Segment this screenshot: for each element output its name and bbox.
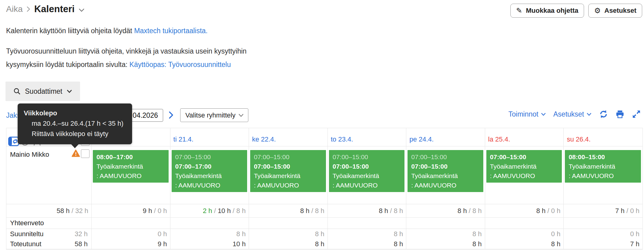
day-header-label[interactable]: ti 21.4.	[173, 135, 194, 143]
actions-menu-label: Toiminnot	[509, 110, 538, 118]
employee-checkbox[interactable]	[81, 149, 89, 158]
shift-line: 08:00–15:00	[569, 152, 637, 162]
support-portal-link[interactable]: Maxtech tukiportaalista.	[134, 27, 208, 35]
intro-line-1-text: Kalenterin käyttöön liittyviä ohjeita lö…	[6, 27, 134, 35]
day-header-label[interactable]: pe 24.4.	[409, 135, 434, 143]
day-header-cell: pe 24.4.	[406, 128, 485, 146]
shift-line: Työaikamerkintä	[569, 162, 637, 171]
summary-value-cell: 7 h	[564, 239, 642, 249]
hours-value: 0 h	[551, 207, 561, 215]
day-header-cell: to 23.4.	[328, 128, 407, 146]
shift-block[interactable]: 07:00–15:0007:00–15:00Työaikamerkintä: A…	[329, 150, 405, 192]
next-period-icon[interactable]	[168, 111, 174, 119]
summary-value-cell: 8 h	[249, 239, 328, 249]
calendar-toolbar-right: Toiminnot Asetukset	[509, 110, 641, 119]
employee-week-total: 58 h / 32 h	[6, 204, 92, 218]
day-header-label[interactable]: to 23.4.	[331, 135, 353, 143]
shift-block[interactable]: 08:00–17:00Työaikamerkintä: AAMUVUORO	[93, 150, 169, 183]
shift-line: 07:00–15:00	[333, 162, 401, 171]
summary-value: 7 h	[630, 240, 639, 248]
tooltip-title: Viikkolepo	[24, 108, 126, 118]
tooltip-line-2: Riittävä viikkolepo ei täyty	[24, 129, 126, 139]
summary-value-cell: 8 h	[406, 239, 485, 249]
header-actions: ✎ Muokkaa ohjetta ⚙ Asetukset	[510, 4, 642, 18]
print-icon[interactable]	[615, 110, 625, 119]
shift-line: 07:00–15:00	[254, 152, 322, 162]
shift-cell: 07:00–15:0007:00–15:00Työaikamerkintä: A…	[249, 146, 328, 204]
summary-value: 9 h	[158, 240, 167, 248]
intro-line-2: Työvuorosuunnitteluun liittyviä ohjeita,…	[6, 44, 247, 71]
employee-name[interactable]: Mainio Mikko	[10, 151, 49, 159]
shift-line: : AAMUVUORO	[175, 180, 244, 190]
shift-block[interactable]: 07:00–15:0007:00–15:00Työaikamerkintä: A…	[250, 150, 326, 192]
day-header-label[interactable]: ke 22.4.	[252, 135, 276, 143]
hours-value: 8 h	[236, 207, 246, 215]
summary-title-spacer	[564, 218, 642, 229]
shift-line: : AAMUVUORO	[254, 180, 322, 190]
shift-line: : AAMUVUORO	[411, 180, 480, 190]
hours-value: 32 h	[75, 207, 88, 215]
pencil-icon: ✎	[516, 7, 522, 14]
shift-line: 07:00–15:00	[490, 152, 558, 162]
summary-value-cell: 8 h	[249, 229, 328, 239]
summary-value: 8 h	[551, 240, 561, 248]
actions-menu[interactable]: Toiminnot	[509, 110, 546, 118]
shift-block[interactable]: 07:00–15:00Työaikamerkintä: AAMUVUORO	[486, 150, 562, 183]
shift-line: : AAMUVUORO	[490, 171, 558, 180]
chevron-down-icon[interactable]	[78, 8, 85, 12]
shift-line: 07:00–15:00	[411, 152, 480, 162]
summary-value: 8 h	[315, 230, 324, 238]
summary-value-cell: 8 h	[485, 239, 564, 249]
hours-value: 8 h	[394, 207, 403, 215]
refresh-icon[interactable]	[599, 110, 608, 119]
summary-title-spacer	[170, 218, 249, 229]
shift-line: Työaikamerkintä	[490, 162, 558, 171]
calendar-table: ma 20.4.ti 21.4.ke 22.4.to 23.4.pe 24.4.…	[6, 128, 643, 250]
breadcrumb-parent[interactable]: Aika	[6, 4, 23, 14]
summary-title: Yhteenveto	[10, 219, 44, 227]
summary-value: 8 h	[236, 230, 246, 238]
filters-label: Suodattimet	[25, 87, 62, 96]
day-header-cell: ti 21.4.	[170, 128, 249, 146]
summary-value: 8 h	[472, 230, 482, 238]
day-header-cell: su 26.4.	[564, 128, 642, 146]
shift-line: Työaikamerkintä	[175, 171, 244, 180]
hours-value: 8 h	[536, 207, 546, 215]
summary-value-cell: 8 h	[328, 239, 407, 249]
hours-value: 10 h	[218, 207, 231, 215]
edit-guide-label: Muokkaa ohjetta	[526, 7, 578, 15]
shift-line: 07:00–15:00	[175, 152, 244, 162]
shift-block[interactable]: 08:00–15:00Työaikamerkintä: AAMUVUORO	[565, 150, 641, 183]
user-guide-link[interactable]: Käyttöopas: Työvuorosuunnittelu	[129, 61, 231, 68]
chevron-right-icon	[26, 6, 30, 12]
hours-value: 8 h	[300, 207, 310, 215]
summary-value: 0 h	[551, 230, 561, 238]
gear-icon: ⚙	[594, 7, 601, 14]
shift-line: 07:00–15:00	[254, 162, 322, 171]
grouping-select[interactable]: Valitse ryhmittely	[180, 108, 248, 122]
shift-block[interactable]: 07:00–15:0007:00–15:00Työaikamerkintä: A…	[408, 150, 483, 192]
day-total-cell: 8 h / 8 h	[406, 204, 485, 218]
warning-icon[interactable]	[72, 149, 80, 157]
filters-button[interactable]: Suodattimet	[5, 82, 80, 101]
day-header-label[interactable]: su 26.4.	[567, 135, 590, 143]
week-rest-tooltip: Viikkolepo ma 20.4.–su 26.4.(17 h < 35 h…	[18, 103, 132, 144]
intro-line-1: Kalenterin käyttöön liittyviä ohjeita lö…	[6, 27, 208, 35]
hours-value: 0 h	[158, 207, 167, 215]
shift-line: 07:00–17:00	[175, 162, 244, 171]
summary-value: 0 h	[158, 230, 167, 238]
expand-icon[interactable]	[632, 110, 641, 119]
day-total-cell: 8 h / 8 h	[328, 204, 407, 218]
summary-row-label-cell: Suunniteltu32 h	[6, 229, 92, 239]
shift-cell: 07:00–15:0007:00–17:00Työaikamerkintä: A…	[170, 146, 249, 204]
calendar-settings-menu[interactable]: Asetukset	[553, 110, 592, 118]
day-header-label[interactable]: la 25.4.	[488, 135, 510, 143]
hours-value: 7 h	[615, 207, 625, 215]
settings-button[interactable]: ⚙ Asetukset	[588, 4, 642, 18]
summary-title-spacer	[92, 218, 170, 229]
edit-guide-button[interactable]: ✎ Muokkaa ohjetta	[510, 4, 584, 18]
day-total-cell: 8 h / 8 h	[249, 204, 328, 218]
shift-block[interactable]: 07:00–15:0007:00–17:00Työaikamerkintä: A…	[172, 150, 247, 192]
summary-row-label: Suunniteltu	[10, 230, 44, 238]
summary-title-spacer	[485, 218, 564, 229]
